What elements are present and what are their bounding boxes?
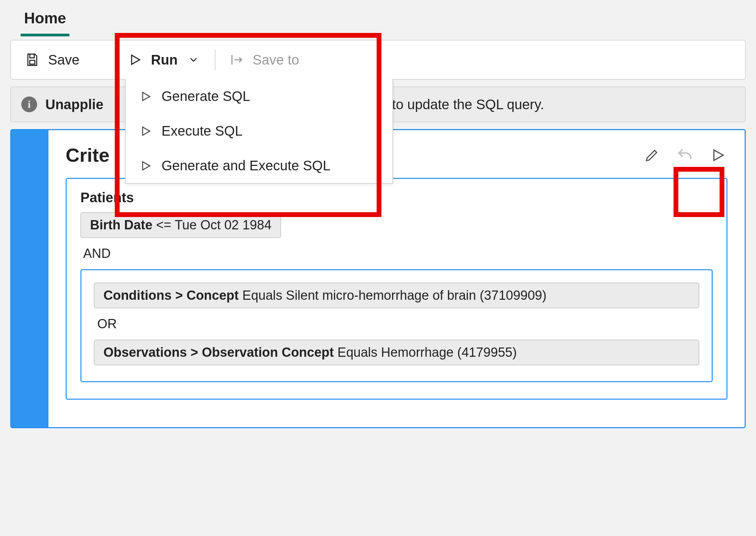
info-text-suffix: L to update the SQL query. [381, 97, 544, 112]
info-text-prefix: Unapplie [45, 97, 103, 112]
run-menu-execute-sql[interactable]: Execute SQL [126, 114, 392, 148]
play-icon [140, 90, 152, 103]
menu-item-label: Execute SQL [162, 123, 243, 139]
run-criteria-button[interactable] [708, 146, 727, 165]
svg-rect-0 [30, 60, 35, 64]
toolbar: Save Run Save to [10, 40, 746, 80]
save-label: Save [48, 52, 79, 68]
card-actions [642, 146, 727, 165]
criteria-rule-observation[interactable]: Observations > Observation Concept Equal… [94, 340, 699, 365]
save-button[interactable]: Save [25, 52, 79, 68]
tab-bar: Home [0, 0, 756, 36]
play-icon [127, 52, 143, 67]
criteria-title: Crite [66, 144, 110, 166]
save-to-button: Save to [229, 52, 299, 68]
operator-or: OR [94, 312, 699, 336]
play-icon [140, 160, 152, 172]
card-accent [11, 130, 48, 427]
rule-field: Birth Date [90, 218, 153, 232]
rule-op: <= [156, 218, 171, 232]
menu-item-label: Generate SQL [162, 89, 250, 104]
run-label: Run [151, 52, 178, 68]
menu-item-label: Generate and Execute SQL [162, 158, 330, 173]
save-to-label: Save to [253, 52, 299, 68]
edit-button[interactable] [642, 146, 662, 165]
operator-and: AND [80, 241, 713, 266]
export-icon [229, 52, 244, 67]
play-icon [140, 125, 152, 137]
toolbar-separator [215, 49, 215, 70]
rule-value: Hemorrhage (4179955) [381, 345, 517, 360]
chevron-down-icon [186, 52, 201, 67]
criteria-rule-birthdate[interactable]: Birth Date <= Tue Oct 02 1984 [80, 212, 281, 238]
criteria-block: Patients Birth Date <= Tue Oct 02 1984 A… [66, 178, 727, 400]
rule-op: Equals [242, 288, 282, 303]
run-dropdown: Generate SQL Execute SQL Generate and Ex… [125, 79, 393, 184]
run-menu-generate-sql[interactable]: Generate SQL [126, 79, 392, 114]
criteria-subgroup: Conditions > Concept Equals Silent micro… [80, 269, 713, 382]
rule-field: Observations > Observation Concept [103, 345, 334, 360]
rule-value: Silent micro-hemorrhage of brain (371099… [286, 288, 546, 303]
run-menu-generate-execute-sql[interactable]: Generate and Execute SQL [126, 148, 392, 183]
undo-button [675, 146, 694, 165]
criteria-entity: Patients [80, 190, 713, 205]
criteria-rule-condition[interactable]: Conditions > Concept Equals Silent micro… [94, 283, 699, 308]
rule-field: Conditions > Concept [103, 288, 239, 303]
rule-value: Tue Oct 02 1984 [175, 218, 271, 232]
run-button[interactable]: Run [127, 52, 201, 68]
rule-op: Equals [337, 345, 377, 360]
info-icon: i [21, 96, 37, 112]
tab-home[interactable]: Home [21, 3, 69, 36]
save-icon [25, 52, 40, 67]
